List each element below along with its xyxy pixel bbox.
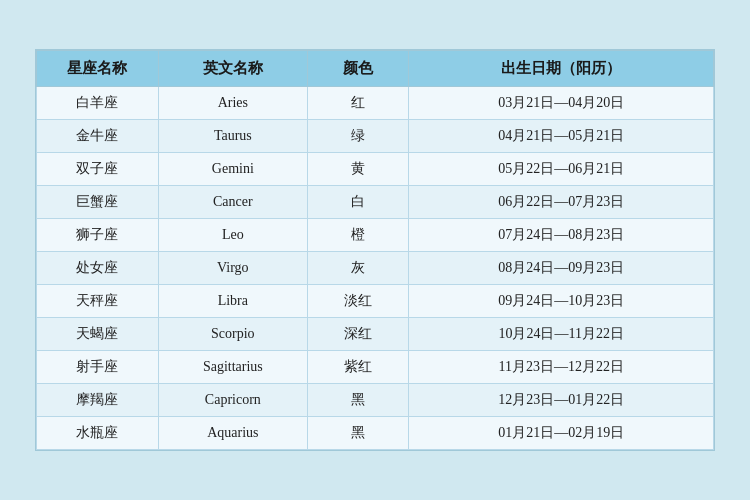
table-row: 白羊座Aries红03月21日—04月20日 [37,87,714,120]
table-row: 天蝎座Scorpio深红10月24日—11月22日 [37,318,714,351]
header-en: 英文名称 [158,51,307,87]
cell-en: Libra [158,285,307,318]
cell-color: 紫红 [307,351,409,384]
table-row: 金牛座Taurus绿04月21日—05月21日 [37,120,714,153]
cell-date: 09月24日—10月23日 [409,285,714,318]
cell-cn: 射手座 [37,351,159,384]
cell-color: 淡红 [307,285,409,318]
table-row: 处女座Virgo灰08月24日—09月23日 [37,252,714,285]
cell-date: 12月23日—01月22日 [409,384,714,417]
table-row: 天秤座Libra淡红09月24日—10月23日 [37,285,714,318]
cell-cn: 双子座 [37,153,159,186]
cell-cn: 狮子座 [37,219,159,252]
table-row: 水瓶座Aquarius黑01月21日—02月19日 [37,417,714,450]
header-cn: 星座名称 [37,51,159,87]
cell-cn: 天蝎座 [37,318,159,351]
cell-cn: 白羊座 [37,87,159,120]
cell-color: 黄 [307,153,409,186]
cell-cn: 天秤座 [37,285,159,318]
cell-date: 10月24日—11月22日 [409,318,714,351]
cell-en: Capricorn [158,384,307,417]
table-row: 巨蟹座Cancer白06月22日—07月23日 [37,186,714,219]
cell-cn: 处女座 [37,252,159,285]
cell-color: 黑 [307,417,409,450]
cell-date: 11月23日—12月22日 [409,351,714,384]
table-row: 狮子座Leo橙07月24日—08月23日 [37,219,714,252]
cell-date: 08月24日—09月23日 [409,252,714,285]
cell-en: Gemini [158,153,307,186]
cell-en: Virgo [158,252,307,285]
header-color: 颜色 [307,51,409,87]
cell-color: 灰 [307,252,409,285]
cell-color: 黑 [307,384,409,417]
table-row: 射手座Sagittarius紫红11月23日—12月22日 [37,351,714,384]
cell-date: 01月21日—02月19日 [409,417,714,450]
header-date: 出生日期（阳历） [409,51,714,87]
cell-date: 03月21日—04月20日 [409,87,714,120]
cell-en: Leo [158,219,307,252]
cell-cn: 金牛座 [37,120,159,153]
cell-color: 白 [307,186,409,219]
cell-en: Cancer [158,186,307,219]
cell-en: Taurus [158,120,307,153]
table-row: 摩羯座Capricorn黑12月23日—01月22日 [37,384,714,417]
cell-date: 07月24日—08月23日 [409,219,714,252]
cell-color: 绿 [307,120,409,153]
cell-en: Aries [158,87,307,120]
cell-color: 深红 [307,318,409,351]
table-row: 双子座Gemini黄05月22日—06月21日 [37,153,714,186]
cell-color: 橙 [307,219,409,252]
cell-en: Aquarius [158,417,307,450]
cell-en: Scorpio [158,318,307,351]
cell-date: 04月21日—05月21日 [409,120,714,153]
cell-cn: 摩羯座 [37,384,159,417]
cell-cn: 水瓶座 [37,417,159,450]
cell-date: 05月22日—06月21日 [409,153,714,186]
cell-color: 红 [307,87,409,120]
cell-en: Sagittarius [158,351,307,384]
table-header-row: 星座名称 英文名称 颜色 出生日期（阳历） [37,51,714,87]
cell-cn: 巨蟹座 [37,186,159,219]
zodiac-table: 星座名称 英文名称 颜色 出生日期（阳历） 白羊座Aries红03月21日—04… [35,49,715,451]
cell-date: 06月22日—07月23日 [409,186,714,219]
